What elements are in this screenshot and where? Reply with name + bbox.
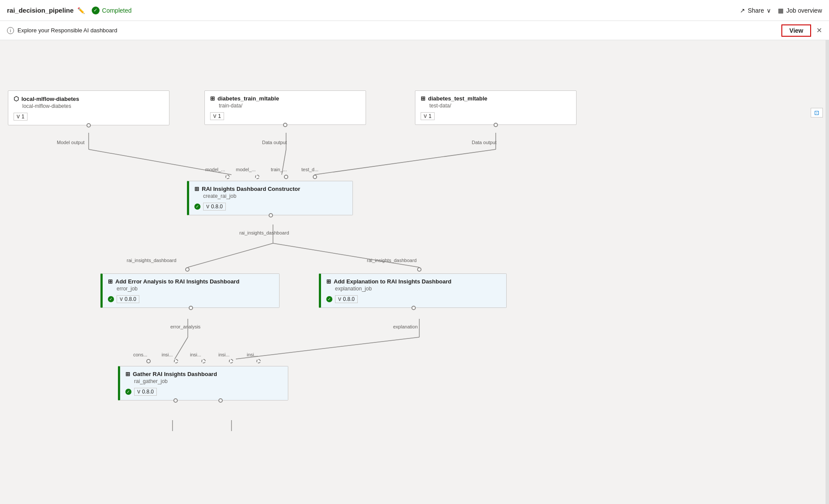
test-node-title: ⊞ diabetes_test_mltable [421, 95, 571, 102]
cube-icon: ⬡ [14, 95, 19, 102]
gather-port-2[interactable] [201, 359, 206, 363]
svg-line-13 [236, 337, 419, 359]
gather-node[interactable]: ⊞ Gather RAI Insights Dashboard rai_gath… [118, 366, 288, 400]
constructor-port-0[interactable] [225, 175, 230, 179]
error-input-label: rai_insights_dashboard [127, 258, 176, 263]
gather-port-3[interactable] [229, 359, 233, 363]
constructor-output-port[interactable] [269, 213, 273, 217]
notification-actions: View ✕ [781, 24, 822, 37]
view-button[interactable]: View [781, 24, 811, 37]
train-node-title: ⊞ diabetes_train_mltable [210, 95, 360, 102]
svg-line-8 [188, 243, 273, 267]
error-node-title: ⊞ Add Error Analysis to RAI Insights Das… [108, 278, 274, 285]
explanation-status-icon: ✓ [326, 296, 332, 302]
svg-line-5 [314, 149, 496, 175]
explanation-input-port[interactable] [417, 267, 421, 272]
error-version: V 0.8.0 [117, 295, 139, 303]
test-node[interactable]: ⊞ diabetes_test_mltable test-data/ V 1 [415, 90, 577, 125]
expand-icon: ⊡ [814, 109, 819, 116]
mlflow-node-subtitle: local-mlflow-diabetes [22, 103, 164, 109]
test-node-footer: V 1 [421, 112, 571, 120]
error-status-icon: ✓ [108, 296, 114, 302]
mlflow-output-port[interactable] [86, 123, 91, 128]
constructor-icon: ⊞ [194, 186, 199, 192]
error-icon: ⊞ [108, 278, 113, 285]
constructor-port-3[interactable] [313, 175, 317, 179]
train-output-label: Data output [262, 140, 287, 145]
test-version: V 1 [421, 112, 435, 120]
constructor-version: V 0.8.0 [203, 203, 226, 211]
error-input-port[interactable] [185, 267, 190, 272]
gather-node-title: ⊞ Gather RAI Insights Dashboard [125, 371, 283, 377]
gather-port-0[interactable] [146, 359, 151, 363]
constructor-status-icon: ✓ [194, 204, 200, 210]
job-overview-label: Job overview [786, 7, 822, 14]
error-output-port[interactable] [189, 306, 193, 310]
explanation-node-footer: ✓ V 0.8.0 [326, 295, 501, 303]
test-output-label: Data output [472, 140, 497, 145]
header-actions: ↗ Share ∨ ▦ Job overview [740, 7, 822, 14]
header: rai_decision_pipeline ✏️ ✓ Completed ↗ S… [0, 0, 829, 21]
mlflow-node[interactable]: ⬡ local-mlflow-diabetes local-mlflow-dia… [8, 90, 169, 125]
close-button[interactable]: ✕ [816, 26, 822, 35]
gather-input-label-2: insi... [190, 352, 201, 357]
train-node[interactable]: ⊞ diabetes_train_mltable train-data/ V 1 [204, 90, 366, 125]
constructor-port-2[interactable] [284, 175, 288, 179]
constructor-port-1[interactable] [255, 175, 259, 179]
test-output-port[interactable] [494, 123, 498, 127]
gather-input-label-3: insi... [218, 352, 230, 357]
constructor-node-title: ⊞ RAI Insights Dashboard Constructor [194, 186, 347, 192]
mlflow-node-title: ⬡ local-mlflow-diabetes [14, 95, 164, 102]
gather-node-subtitle: rai_gather_job [134, 378, 283, 384]
constructor-node-footer: ✓ V 0.8.0 [194, 203, 347, 211]
constructor-input-label-1: model_... [236, 167, 256, 172]
svg-line-9 [273, 243, 419, 267]
gather-icon: ⊞ [125, 371, 130, 377]
gather-output-port-1[interactable] [218, 398, 223, 403]
train-output-port[interactable] [283, 123, 287, 127]
error-output-label: error_analysis [170, 324, 200, 329]
explanation-node[interactable]: ⊞ Add Explanation to RAI Insights Dashbo… [319, 273, 507, 308]
status-label: Completed [102, 7, 132, 14]
explanation-icon: ⊞ [326, 278, 331, 285]
constructor-node[interactable]: ⊞ RAI Insights Dashboard Constructor cre… [187, 181, 353, 215]
edit-icon[interactable]: ✏️ [77, 7, 85, 14]
gather-status-icon: ✓ [125, 389, 131, 395]
pipeline-canvas: ⬡ local-mlflow-diabetes local-mlflow-dia… [0, 40, 829, 504]
pipeline-title: rai_decision_pipeline [7, 7, 74, 14]
table-data-icon: ⊞ [210, 95, 215, 102]
constructor-input-label-2: train_... [271, 167, 287, 172]
share-label: Share [748, 7, 764, 14]
gather-port-4[interactable] [256, 359, 261, 363]
gather-node-footer: ✓ V 0.8.0 [125, 388, 283, 396]
explanation-node-title: ⊞ Add Explanation to RAI Insights Dashbo… [326, 278, 501, 285]
notification-text: Explore your Responsible AI dashboard [17, 27, 117, 34]
test-node-subtitle: test-data/ [429, 103, 571, 109]
gather-output-port-0[interactable] [173, 398, 178, 403]
constructor-output-label: rai_insights_dashboard [239, 230, 289, 235]
status-icon: ✓ [92, 7, 100, 14]
explanation-node-subtitle: explanation_job [335, 286, 501, 292]
mlflow-version: V 1 [14, 113, 28, 121]
error-analysis-node[interactable]: ⊞ Add Error Analysis to RAI Insights Das… [100, 273, 280, 308]
table-data2-icon: ⊞ [421, 95, 425, 102]
train-node-subtitle: train-data/ [219, 103, 360, 109]
gather-input-label-4: insi... [247, 352, 258, 357]
constructor-input-label-0: model_... [205, 167, 225, 172]
explanation-output-port[interactable] [411, 306, 416, 310]
gather-port-1[interactable] [174, 359, 178, 363]
constructor-input-label-3: test_d... [301, 167, 318, 172]
scrollbar[interactable] [826, 40, 829, 504]
error-node-subtitle: error_job [117, 286, 274, 292]
expand-button[interactable]: ⊡ [811, 108, 823, 117]
explanation-version: V 0.8.0 [335, 295, 358, 303]
train-version: V 1 [210, 112, 224, 120]
info-icon: i [7, 27, 14, 34]
share-button[interactable]: ↗ Share ∨ [740, 7, 771, 14]
job-overview-button[interactable]: ▦ Job overview [778, 7, 822, 14]
svg-line-11 [175, 337, 188, 359]
share-icon: ↗ [740, 7, 745, 14]
train-node-footer: V 1 [210, 112, 360, 120]
gather-version: V 0.8.0 [134, 388, 157, 396]
error-node-footer: ✓ V 0.8.0 [108, 295, 274, 303]
